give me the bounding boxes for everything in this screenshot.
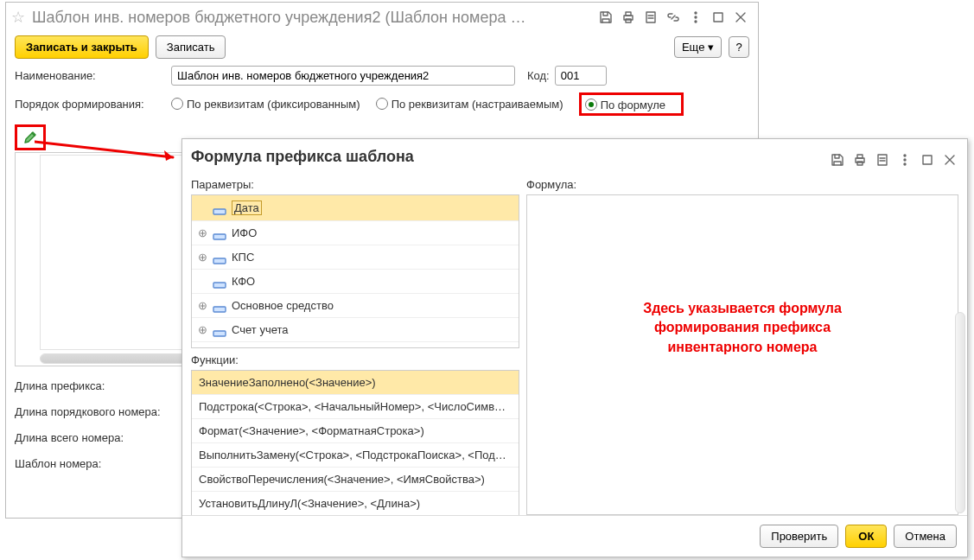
param-item[interactable]: ⊕Счет учета (192, 318, 519, 342)
chevron-down-icon: ▾ (708, 41, 714, 54)
total-len-label: Длина всего номера: (15, 431, 192, 444)
radio-custom-label: По реквизитам (настраиваемым) (392, 98, 563, 111)
field-icon (213, 230, 226, 237)
kebab-icon[interactable] (687, 9, 704, 26)
name-label: Наименование: (15, 69, 166, 82)
toolbar: Записать и закрыть Записать Еще ▾ ? (6, 32, 758, 62)
func-item[interactable]: Подстрока(<Строка>, <НачальныйНомер>, <Ч… (192, 395, 519, 419)
params-tree[interactable]: Дата⊕ИФО⊕КПСКФО⊕Основное средство⊕Счет у… (191, 194, 519, 348)
svg-rect-21 (213, 283, 226, 288)
func-item[interactable]: УстановитьДлинуЛ(<Значение>, <Длина>) (192, 492, 519, 516)
ok-button[interactable]: ОК (845, 525, 887, 548)
svg-rect-19 (213, 234, 226, 239)
svg-rect-2 (626, 19, 631, 22)
radio-formula[interactable]: По формуле (585, 99, 665, 111)
param-item[interactable]: ⊕Основное средство (192, 294, 519, 318)
param-item[interactable]: ⊕КПС (192, 245, 519, 270)
template-label: Шаблон номера: (15, 457, 192, 470)
name-row: Наименование: Код: (6, 62, 758, 89)
save-button[interactable]: Записать (156, 35, 226, 59)
expand-icon[interactable]: ⊕ (197, 299, 207, 312)
close-icon[interactable] (732, 9, 749, 26)
close-icon[interactable] (941, 151, 958, 169)
save-close-button[interactable]: Записать и закрыть (15, 35, 149, 59)
svg-rect-17 (923, 156, 932, 164)
svg-rect-22 (213, 307, 226, 312)
order-row: Порядок формирования: По реквизитам (фик… (6, 89, 758, 119)
right-column: Формула: Здесь указывается формула форми… (526, 176, 958, 515)
window-title: Формула префикса шаблона (188, 148, 824, 171)
svg-rect-11 (857, 155, 863, 158)
cancel-button[interactable]: Отмена (894, 525, 957, 548)
expand-icon[interactable]: ⊕ (197, 251, 207, 264)
formula-label: Формула: (526, 176, 958, 194)
print-icon[interactable] (620, 9, 637, 26)
func-item[interactable]: ЗначениеЗаполнено(<Значение>) (192, 371, 519, 395)
radio-custom[interactable]: По реквизитам (настраиваемым) (376, 98, 563, 111)
svg-point-6 (695, 21, 697, 22)
save-icon[interactable] (829, 151, 846, 169)
radio-formula-highlight: По формуле (579, 92, 684, 116)
maximize-icon[interactable] (919, 151, 936, 169)
radio-fixed-label: По реквизитам (фиксированным) (187, 98, 360, 111)
prefix-len-label: Длина префикса: (15, 379, 192, 392)
report-icon[interactable] (642, 9, 659, 26)
param-item[interactable]: ⊕ИФО (192, 221, 519, 245)
func-item[interactable]: ВыполнитьЗамену(<Строка>, <ПодстрокаПоис… (192, 443, 519, 468)
name-input[interactable] (171, 66, 515, 86)
field-icon (213, 254, 226, 261)
left-column: Параметры: Дата⊕ИФО⊕КПСКФО⊕Основное сред… (191, 176, 519, 515)
param-item[interactable]: КФО (192, 270, 519, 294)
save-icon[interactable] (597, 9, 614, 26)
svg-point-5 (695, 16, 697, 18)
formula-window: Формула префикса шаблона Параметры: Дата… (181, 138, 968, 557)
svg-rect-18 (213, 209, 226, 214)
param-label: ИФО (232, 226, 257, 239)
radio-fixed[interactable]: По реквизитам (фиксированным) (171, 98, 360, 111)
field-icon (213, 278, 226, 285)
edit-formula-button[interactable] (15, 124, 46, 150)
link-icon[interactable] (665, 9, 682, 26)
check-button[interactable]: Проверить (760, 525, 838, 548)
vertical-scrollbar[interactable] (955, 312, 965, 513)
order-label: Порядок формирования: (15, 98, 166, 111)
param-label: КФО (232, 275, 255, 288)
help-button[interactable]: ? (729, 36, 749, 58)
more-button[interactable]: Еще ▾ (674, 36, 722, 58)
param-label: КПС (232, 251, 254, 264)
report-icon[interactable] (874, 151, 891, 169)
svg-point-4 (695, 12, 697, 14)
formula-body: Параметры: Дата⊕ИФО⊕КПСКФО⊕Основное сред… (182, 176, 967, 515)
func-item[interactable]: СвойствоПеречисления(<Значение>, <ИмяСво… (192, 468, 519, 492)
field-icon (213, 302, 226, 309)
funcs-label: Функции: (191, 348, 519, 370)
titlebar: Формула префикса шаблона (182, 139, 967, 176)
funcs-list[interactable]: ЗначениеЗаполнено(<Значение>)Подстрока(<… (191, 370, 519, 517)
print-icon[interactable] (851, 151, 869, 169)
svg-point-16 (904, 163, 906, 165)
maximize-icon[interactable] (710, 9, 727, 26)
code-input[interactable] (555, 66, 607, 86)
param-label: Счет учета (232, 323, 289, 336)
svg-point-14 (904, 155, 906, 156)
svg-rect-23 (213, 331, 226, 336)
window-title: Шаблон инв. номеров бюджетного учреждени… (32, 9, 592, 27)
annotation-text: Здесь указывается формула формирования п… (527, 299, 958, 357)
kebab-icon[interactable] (896, 151, 914, 169)
expand-icon[interactable]: ⊕ (197, 226, 207, 239)
svg-rect-20 (213, 258, 226, 264)
svg-rect-13 (878, 155, 887, 165)
field-icon (213, 327, 226, 334)
star-icon[interactable]: ☆ (11, 8, 25, 27)
field-icon (213, 205, 226, 212)
param-item[interactable]: Дата (192, 195, 519, 221)
formula-textarea[interactable]: Здесь указывается формула формирования п… (526, 194, 958, 515)
seq-len-label: Длина порядкового номера: (15, 405, 192, 418)
svg-rect-12 (857, 162, 863, 165)
radio-formula-label: По формуле (601, 99, 665, 111)
svg-point-15 (904, 159, 906, 161)
svg-rect-1 (626, 12, 631, 16)
titlebar: ☆ Шаблон инв. номеров бюджетного учрежде… (6, 3, 758, 32)
func-item[interactable]: Формат(<Значение>, <ФорматнаяСтрока>) (192, 419, 519, 443)
expand-icon[interactable]: ⊕ (197, 323, 207, 336)
